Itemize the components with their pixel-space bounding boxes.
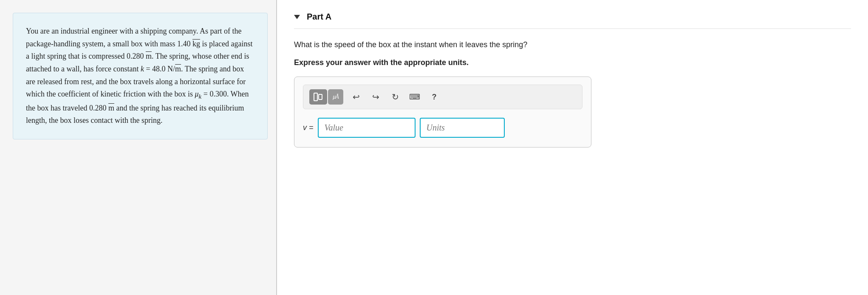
problem-box: You are an industrial engineer with a sh… (13, 13, 268, 139)
redo-button[interactable]: ↪ (369, 90, 382, 104)
value-input[interactable] (318, 118, 416, 138)
undo-button[interactable]: ↩ (349, 90, 363, 104)
toolbar: μÅ ↩ ↪ ↻ ⌨ ? (303, 85, 582, 109)
express-instruction: Express your answer with the appropriate… (294, 58, 851, 67)
help-button[interactable]: ? (427, 90, 441, 104)
format-btn-group: μÅ (309, 89, 343, 105)
mu-button[interactable]: μÅ (328, 89, 343, 105)
refresh-button[interactable]: ↻ (388, 90, 402, 104)
keyboard-icon: ⌨ (409, 92, 420, 102)
keyboard-button[interactable]: ⌨ (408, 90, 421, 104)
template-icon (314, 93, 323, 101)
answer-area: μÅ ↩ ↪ ↻ ⌨ ? v = (294, 77, 591, 148)
question-text: What is the speed of the box at the inst… (294, 39, 851, 51)
part-header: Part A (294, 0, 851, 29)
svg-rect-1 (319, 94, 322, 99)
variable-label: v = (303, 123, 314, 132)
mu-label: μÅ (333, 94, 339, 100)
input-row: v = (303, 118, 582, 138)
collapse-chevron-icon[interactable] (294, 15, 300, 19)
left-panel: You are an industrial engineer with a sh… (0, 0, 276, 295)
part-title: Part A (307, 12, 331, 22)
units-input[interactable] (420, 118, 505, 138)
template-button[interactable] (309, 89, 327, 105)
problem-text: You are an industrial engineer with a sh… (26, 27, 252, 125)
right-panel: Part A What is the speed of the box at t… (277, 0, 868, 295)
svg-rect-0 (314, 93, 317, 101)
